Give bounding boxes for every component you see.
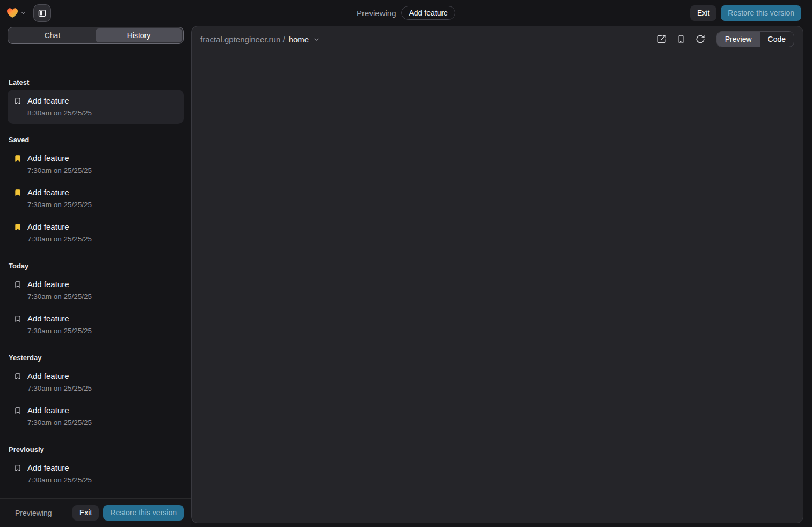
history-item-title: Add feature [27,279,92,290]
history-item-time: 7:30am on 25/25/25 [27,475,92,486]
open-external-button[interactable] [654,32,669,47]
history-item-time: 7:30am on 25/25/25 [27,383,92,394]
tab-history[interactable]: History [96,28,182,42]
history-item[interactable]: Add feature 7:30am on 25/25/25 [8,308,184,342]
refresh-icon [695,34,705,44]
section-label-yesterday: Yesterday [9,354,183,362]
preview-url-selector[interactable]: fractal.gptengineer.run / home [200,35,320,44]
history-list: Latest Add feature 8:30am on 25/25/25 Sa… [0,72,191,498]
bookmark-outline-icon [14,313,21,323]
sidebar-footer: Previewing Exit Restore this version [0,498,191,527]
view-mode-toggle: Preview Code [716,31,794,47]
history-item[interactable]: Add feature 7:30am on 25/25/25 [8,216,184,250]
mobile-preview-button[interactable] [673,32,688,47]
history-item-title: Add feature [27,152,92,164]
history-item-title: Add feature [27,405,92,416]
history-item-time: 7:30am on 25/25/25 [27,234,92,245]
history-item-time: 7:30am on 25/25/25 [27,165,92,176]
sidebar-toggle-button[interactable] [33,4,51,22]
restore-version-button[interactable]: Restore this version [721,5,801,21]
bookmark-filled-icon [14,152,21,163]
history-item[interactable]: Add feature 7:30am on 25/25/25 [8,181,184,216]
section-label-saved: Saved [9,136,183,144]
logo-chevron-down-icon [20,10,26,16]
sidebar-tab-group: Chat History [8,27,184,44]
bookmark-outline-icon [14,279,21,289]
history-item-latest[interactable]: Add feature 8:30am on 25/25/25 [8,90,184,124]
exit-button[interactable]: Exit [690,5,716,21]
section-label-latest: Latest [9,78,183,86]
bookmark-outline-icon [14,405,21,415]
history-item-title: Add feature [27,313,92,324]
bookmark-outline-icon [14,95,21,105]
previewing-status-label: Previewing [357,9,396,18]
version-name-pill[interactable]: Add feature [401,6,455,20]
history-item-title: Add feature [27,462,92,473]
open-external-icon [657,34,666,44]
section-label-today: Today [9,262,183,270]
history-item[interactable]: Add feature 7:30am on 25/25/25 [8,365,184,399]
mobile-preview-icon [676,34,686,44]
footer-previewing-label: Previewing [15,509,52,517]
panel-left-icon [38,9,47,18]
footer-restore-version-button[interactable]: Restore this version [103,505,184,521]
history-item[interactable]: Add feature 7:30am on 25/25/25 [8,399,184,434]
history-item-time: 7:30am on 25/25/25 [27,200,92,210]
lovable-heart-logo-icon [6,8,18,18]
bookmark-filled-icon [14,221,21,231]
history-item-time: 7:30am on 25/25/25 [27,418,92,428]
history-item[interactable]: Add feature 7:30am on 25/25/25 [8,147,184,181]
preview-header: fractal.gptengineer.run / home [192,26,803,52]
history-item[interactable]: Add feature 7:30am on 25/25/25 [8,273,184,308]
history-item-time: 7:30am on 25/25/25 [27,326,92,336]
bookmark-filled-icon [14,187,21,197]
footer-exit-button[interactable]: Exit [73,505,99,521]
section-label-previously: Previously [9,445,183,453]
history-item-title: Add feature [27,95,92,106]
history-item-title: Add feature [27,187,92,198]
preview-url-page: home [289,35,309,44]
preview-viewport[interactable] [192,52,803,523]
history-item-time: 8:30am on 25/25/25 [27,108,92,119]
sidebar: Chat History Latest Add feature 8:30am o… [0,26,191,527]
view-tab-code[interactable]: Code [760,32,794,47]
tab-chat[interactable]: Chat [9,28,96,42]
bookmark-outline-icon [14,462,21,472]
history-item-title: Add feature [27,370,92,382]
refresh-button[interactable] [693,32,708,47]
top-bar: Previewing Add feature Exit Restore this… [0,0,812,26]
view-tab-preview[interactable]: Preview [717,32,760,47]
history-item[interactable]: Add feature 7:30am on 25/25/25 [8,491,184,498]
preview-url-prefix: fractal.gptengineer.run / [200,35,285,44]
app-logo-menu[interactable] [6,8,26,18]
bookmark-outline-icon [14,370,21,380]
history-item-time: 7:30am on 25/25/25 [27,291,92,302]
preview-panel: fractal.gptengineer.run / home [191,26,803,523]
url-chevron-down-icon [313,36,320,43]
history-item-title: Add feature [27,221,92,232]
history-item[interactable]: Add feature 7:30am on 25/25/25 [8,457,184,491]
